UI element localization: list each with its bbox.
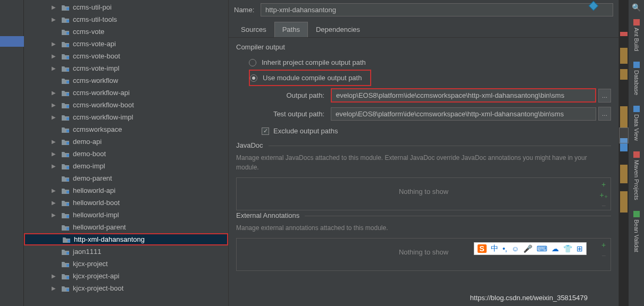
tree-item-label: kjcx-project-boot	[73, 284, 123, 292]
module-name-input[interactable]	[261, 3, 613, 16]
search-icon[interactable]: 🔍	[632, 3, 641, 12]
right-tab-database[interactable]: Database	[632, 56, 641, 100]
annotations-add-icon[interactable]: +	[599, 241, 608, 249]
javadoc-desc: Manage external JavaDocs attached to thi…	[236, 153, 611, 172]
folder-icon	[61, 77, 70, 84]
tree-item-ccms-vote-impl[interactable]: ▶ ccms-vote-impl	[24, 62, 228, 74]
ime-item[interactable]: ☺	[512, 244, 519, 253]
ime-item[interactable]: 中	[491, 244, 498, 253]
expand-arrow-icon[interactable]: ▶	[52, 139, 58, 144]
javadoc-add-alt-icon[interactable]: +₊	[599, 191, 608, 199]
folder-icon	[61, 28, 70, 36]
expand-arrow-icon[interactable]: ▶	[52, 90, 58, 96]
test-output-browse[interactable]: …	[598, 107, 611, 121]
exclude-paths-row[interactable]: ✓ Exclude output paths	[236, 123, 611, 135]
ime-item[interactable]: •,	[503, 244, 507, 253]
folder-icon	[61, 187, 70, 194]
test-output-input[interactable]: evelop\EOS8\platform\ide\ccmsworkspace\h…	[331, 107, 596, 121]
tree-item-label: ccms-workflow-impl	[73, 113, 133, 121]
tab-paths[interactable]: Paths	[274, 22, 308, 37]
tree-item-helloworld-boot[interactable]: ▶ helloworld-boot	[24, 197, 228, 209]
expand-arrow-icon[interactable]: ▶	[52, 163, 58, 169]
tree-item-label: demo-boot	[73, 150, 106, 158]
folder-icon	[61, 101, 70, 109]
right-tab-bean-validat[interactable]: Bean Validat	[632, 206, 641, 258]
tree-item-ccms-workflow-boot[interactable]: ▶ ccms-workflow-boot	[24, 99, 228, 111]
expand-arrow-icon[interactable]: ▶	[52, 188, 58, 193]
radio-inherit[interactable]	[249, 59, 256, 66]
tree-item-kjcx-project-api[interactable]: ▶ kjcx-project-api	[24, 270, 228, 282]
tree-item-ccms-vote-boot[interactable]: ▶ ccms-vote-boot	[24, 50, 228, 62]
tree-item-demo-impl[interactable]: ▶ demo-impl	[24, 160, 228, 172]
folder-icon	[61, 285, 70, 292]
expand-arrow-icon[interactable]: ▶	[52, 200, 58, 206]
expand-arrow-icon[interactable]: ▶	[52, 151, 58, 157]
module-tree[interactable]: ▶ ccms-util-poi ▶ ccms-util-tools ▶ ccms…	[24, 0, 229, 306]
svg-rect-9	[66, 117, 69, 120]
folder-icon	[61, 211, 70, 219]
folder-icon	[61, 114, 70, 121]
output-path-input[interactable]: evelop\EOS8\platform\ide\ccmsworkspace\h…	[331, 88, 596, 103]
tree-item-helloworld-parent[interactable]: ▶ helloworld-parent	[24, 221, 228, 233]
tree-item-label: helloworld-impl	[73, 211, 119, 219]
ime-item[interactable]: ☁	[551, 244, 559, 253]
tree-item-ccms-vote-api[interactable]: ▶ ccms-vote-api	[24, 38, 228, 50]
expand-arrow-icon[interactable]: ▶	[52, 273, 58, 279]
folder-icon	[61, 224, 70, 231]
expand-arrow-icon[interactable]: ▶	[52, 16, 58, 22]
tree-item-ccmsworkspace[interactable]: ▶ ccmsworkspace	[24, 123, 228, 135]
expand-arrow-icon[interactable]: ▶	[52, 65, 58, 71]
folder-icon	[61, 4, 70, 11]
expand-arrow-icon[interactable]: ▶	[52, 114, 58, 120]
radio-inherit-row[interactable]: Inherit project compile output path	[249, 55, 611, 70]
watermark: https://blog.csdn.net/weixin_35815479	[470, 294, 588, 302]
expand-arrow-icon[interactable]: ▶	[52, 41, 58, 47]
annotations-remove-icon: −	[599, 251, 608, 260]
javadoc-empty: Nothing to show	[399, 188, 448, 196]
tree-item-jaon1111[interactable]: ▶ jaon1111	[24, 245, 228, 258]
expand-arrow-icon[interactable]: ▶	[52, 212, 58, 218]
folder-icon	[61, 16, 70, 23]
tab-sources[interactable]: Sources	[233, 22, 274, 37]
tree-item-http-xml-dahansantong[interactable]: ▶ http-xml-dahansantong	[24, 233, 228, 245]
annotations-empty: Nothing to show	[399, 248, 448, 256]
radio-use-module-row[interactable]: Use module compile output path	[249, 70, 371, 86]
tab-dependencies[interactable]: Dependencies	[308, 22, 368, 37]
error-stripe[interactable]	[618, 0, 628, 306]
svg-rect-3	[66, 44, 69, 47]
tree-item-demo-parent[interactable]: ▶ demo-parent	[24, 172, 228, 184]
right-tab-maven-projects[interactable]: Maven Projects	[632, 146, 641, 206]
sogou-icon[interactable]: S	[478, 244, 487, 253]
tree-item-kjcx-project[interactable]: ▶ kjcx-project	[24, 258, 228, 270]
tree-item-ccms-util-poi[interactable]: ▶ ccms-util-poi	[24, 1, 228, 13]
expand-arrow-icon[interactable]: ▶	[52, 53, 58, 59]
expand-arrow-icon[interactable]: ▶	[52, 4, 58, 10]
tree-item-helloworld-impl[interactable]: ▶ helloworld-impl	[24, 209, 228, 221]
tree-item-ccms-util-tools[interactable]: ▶ ccms-util-tools	[24, 13, 228, 26]
exclude-checkbox[interactable]: ✓	[262, 128, 269, 135]
tree-item-demo-api[interactable]: ▶ demo-api	[24, 135, 228, 148]
svg-rect-6	[66, 81, 69, 83]
tree-item-ccms-vote[interactable]: ▶ ccms-vote	[24, 26, 228, 38]
javadoc-add-icon[interactable]: +	[599, 180, 608, 189]
tree-item-ccms-workflow-impl[interactable]: ▶ ccms-workflow-impl	[24, 111, 228, 123]
ime-item[interactable]: ⊞	[576, 244, 583, 253]
ime-item[interactable]: ⌨	[537, 244, 547, 253]
ime-item[interactable]: 👕	[563, 244, 572, 253]
sync-icon[interactable]	[587, 0, 603, 13]
tree-item-ccms-workflow[interactable]: ▶ ccms-workflow	[24, 74, 228, 87]
radio-use-module[interactable]	[250, 74, 257, 82]
right-tab-data-view[interactable]: Data View	[632, 100, 641, 146]
tree-item-demo-boot[interactable]: ▶ demo-boot	[24, 148, 228, 160]
expand-arrow-icon[interactable]: ▶	[52, 285, 58, 291]
expand-arrow-icon[interactable]: ▶	[52, 102, 58, 108]
ime-toolbar[interactable]: S 中•,☺🎤⌨☁👕⊞	[474, 242, 587, 255]
tree-item-kjcx-project-boot[interactable]: ▶ kjcx-project-boot	[24, 282, 228, 294]
tree-item-ccms-workflow-api[interactable]: ▶ ccms-workflow-api	[24, 87, 228, 99]
module-tabs: Sources Paths Dependencies	[229, 22, 618, 38]
tree-item-helloworld-api[interactable]: ▶ helloworld-api	[24, 184, 228, 197]
output-path-browse[interactable]: …	[598, 89, 611, 103]
compiler-output-title: Compiler output	[236, 43, 611, 51]
right-tab-ant-build[interactable]: Ant Build	[632, 14, 641, 56]
ime-item[interactable]: 🎤	[523, 244, 532, 253]
